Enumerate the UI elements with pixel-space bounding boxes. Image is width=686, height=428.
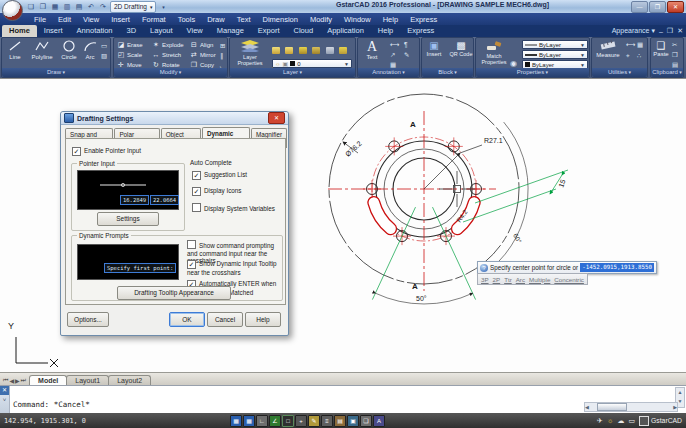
prev-layout-icon[interactable]: ◀ xyxy=(9,377,14,384)
polar-icon[interactable]: ∠ xyxy=(269,415,281,427)
insert-tool[interactable]: ▣ Insert xyxy=(423,40,445,57)
snap-icon[interactable]: ▦ xyxy=(230,415,242,427)
command-expand-icon[interactable]: ˅ xyxy=(0,396,9,405)
circle-tool[interactable]: Circle xyxy=(58,40,80,60)
show-tooltip-checkbox[interactable]: ✓Show Dynamic Input Tooltip near the cro… xyxy=(187,260,279,277)
panel-clipboard-footer[interactable]: Clipboard xyxy=(651,68,683,77)
leader-icon[interactable]: ↗ xyxy=(390,51,395,58)
qat-menu-icon[interactable]: ▾ xyxy=(158,2,168,12)
option-concentric[interactable]: Concentric xyxy=(554,276,584,283)
stretch-tool[interactable]: ↔Stretch xyxy=(152,51,181,58)
menu-window[interactable]: Window xyxy=(338,15,377,24)
otrack-icon[interactable]: + xyxy=(295,415,307,427)
menu-text[interactable]: Text xyxy=(231,15,257,24)
menu-modify[interactable]: Modify xyxy=(304,15,338,24)
option-ttr[interactable]: Ttr xyxy=(504,276,512,283)
panel-draw-footer[interactable]: Draw xyxy=(2,68,110,77)
tab-help[interactable]: Help xyxy=(371,25,400,37)
paper-space-icon[interactable]: ▤ xyxy=(334,415,346,427)
command-window[interactable]: ✕ ˅ Command: *Cancel* Command: CIRCLE Sp… xyxy=(0,385,686,413)
cloud-sync-icon[interactable]: ☁ xyxy=(617,417,624,425)
menu-help[interactable]: Help xyxy=(377,15,404,24)
panel-utilities-footer[interactable]: Utilities xyxy=(592,68,647,77)
tab-express[interactable]: Express xyxy=(400,25,441,37)
quickcalc-icon[interactable]: ▦ xyxy=(637,41,643,48)
erase-tool[interactable]: ◪Erase xyxy=(117,41,143,49)
layer-thaw-icon[interactable] xyxy=(312,47,320,54)
align-tool[interactable]: ⊟Align xyxy=(190,41,213,49)
measure-tool[interactable]: Measure xyxy=(594,40,622,58)
distance-icon[interactable]: ⟷ xyxy=(626,41,635,48)
dyn-icon[interactable]: ✎ xyxy=(308,415,320,427)
drawing-canvas[interactable]: A A R27.1 Ø76.2 R4.2 15 50° 60° Y xyxy=(0,78,686,372)
first-layout-icon[interactable]: ⏮ xyxy=(3,377,8,384)
id-point-icon[interactable]: ⌖ xyxy=(626,52,630,59)
close-button[interactable]: ✕ xyxy=(667,1,684,13)
mirror-tool[interactable]: ⇄Mirror xyxy=(190,51,216,59)
lineweight-dropdown[interactable]: ByLayer▼ xyxy=(522,50,588,59)
paste-tool[interactable]: ❑ Paste xyxy=(652,40,670,57)
tab-view[interactable]: View xyxy=(180,25,210,37)
layer-unlock-icon[interactable] xyxy=(339,47,347,54)
restore-button[interactable]: ❐ xyxy=(649,1,666,13)
display-system-variables-checkbox[interactable]: Display System Variables xyxy=(192,203,275,213)
quick-view-icon[interactable]: ❏ xyxy=(360,415,372,427)
menu-format[interactable]: Format xyxy=(136,15,172,24)
style-icon[interactable]: ✎ xyxy=(404,51,409,58)
mtext-icon[interactable]: ¶ xyxy=(404,41,408,48)
option-multiple[interactable]: Multiple xyxy=(529,276,550,283)
scale-tool[interactable]: ◰Scale xyxy=(117,51,142,59)
last-layout-icon[interactable]: ⏭ xyxy=(21,377,26,384)
osnap-icon[interactable]: □ xyxy=(282,415,294,427)
menu-insert[interactable]: Insert xyxy=(105,15,136,24)
display-icons-checkbox[interactable]: ✓Display Icons xyxy=(192,187,241,196)
array-icon[interactable]: ⊞ xyxy=(220,42,225,49)
fullscreen-icon[interactable]: ▭ xyxy=(628,417,635,425)
menu-express[interactable]: Express xyxy=(404,15,443,24)
tab-home[interactable]: Home xyxy=(2,25,37,37)
horizontal-scrollbar[interactable]: ◀ ▶ xyxy=(584,402,678,412)
options-button[interactable]: Options... xyxy=(67,312,109,327)
help-button[interactable]: Help xyxy=(245,312,281,327)
dialog-close-icon[interactable]: ✕ xyxy=(268,112,285,124)
tab-insert[interactable]: Insert xyxy=(37,25,70,37)
panel-block-footer[interactable]: Block xyxy=(422,68,473,77)
enable-pointer-input-checkbox[interactable]: ✓Enable Pointer Input xyxy=(72,147,141,156)
scroll-thumb[interactable] xyxy=(597,403,627,411)
tab-cloud[interactable]: Cloud xyxy=(287,25,321,37)
layer-properties-tool[interactable]: Layer Properties xyxy=(232,40,268,66)
scroll-left-icon[interactable]: ◀ xyxy=(585,404,589,410)
option-3p[interactable]: 3P xyxy=(481,276,489,283)
model-space-icon[interactable]: ▣ xyxy=(347,415,359,427)
color-wheel-icon[interactable]: ◉ xyxy=(510,60,517,67)
option-arc[interactable]: Arc xyxy=(516,276,525,283)
menu-dimension[interactable]: Dimension xyxy=(256,15,303,24)
tab-layout2[interactable]: Layout2 xyxy=(108,375,151,385)
layer-on-icon[interactable] xyxy=(272,47,280,54)
cancel-button[interactable]: Cancel xyxy=(207,312,243,327)
scroll-right-icon[interactable]: ▶ xyxy=(673,404,677,410)
command-close-icon[interactable]: ✕ xyxy=(0,386,9,395)
open-icon[interactable]: ❒ xyxy=(38,2,48,12)
doc-close-icon[interactable]: ✕ xyxy=(677,27,683,35)
qr-code-tool[interactable]: ▩ QR Code xyxy=(448,40,474,57)
tab-layout1[interactable]: Layout1 xyxy=(66,375,109,385)
app-logo-icon[interactable] xyxy=(2,0,23,21)
menu-view[interactable]: View xyxy=(77,15,105,24)
doc-minimize-icon[interactable]: – xyxy=(659,28,663,35)
lwt-icon[interactable]: ≡ xyxy=(321,415,333,427)
appearance-dropdown[interactable]: Appearance ▾ xyxy=(612,27,655,35)
copy-clip-icon[interactable]: ❐ xyxy=(672,51,678,58)
dimension-icon[interactable]: ⟷ xyxy=(390,41,399,48)
layer-dropdown[interactable]: ☼ ▣ 0 ▼ xyxy=(272,59,352,68)
minimize-button[interactable]: — xyxy=(631,1,648,13)
menu-edit[interactable]: Edit xyxy=(52,15,77,24)
menu-tools[interactable]: Tools xyxy=(172,15,202,24)
option-2p[interactable]: 2P xyxy=(493,276,501,283)
panel-modify-footer[interactable]: Modify xyxy=(114,68,227,77)
cut-icon[interactable]: ✂ xyxy=(672,41,677,48)
menu-draw[interactable]: Draw xyxy=(201,15,231,24)
tab-manage[interactable]: Manage xyxy=(210,25,251,37)
menu-file[interactable]: File xyxy=(28,15,52,24)
save-icon[interactable]: ▦ xyxy=(50,2,60,12)
